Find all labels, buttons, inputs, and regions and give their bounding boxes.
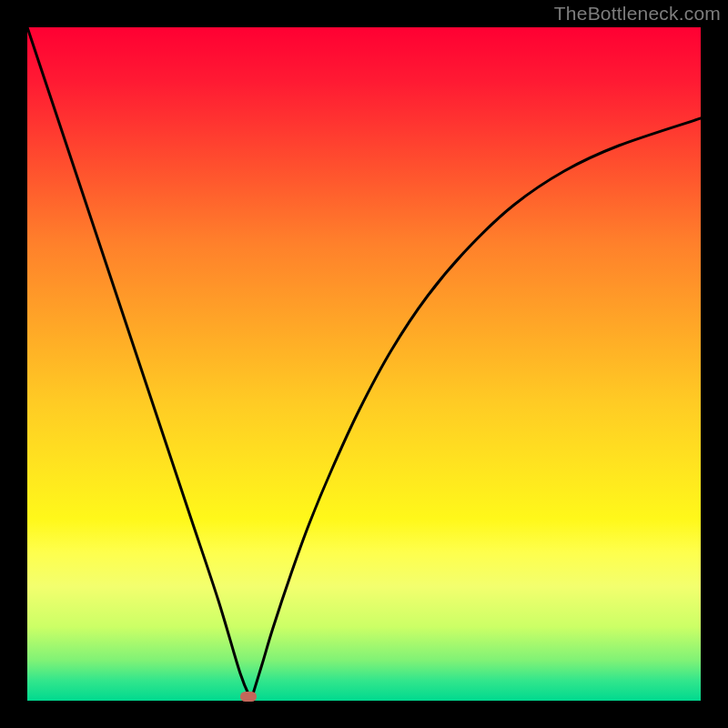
bottleneck-curve <box>27 27 701 701</box>
watermark-text: TheBottleneck.com <box>554 3 721 25</box>
chart-frame: TheBottleneck.com <box>0 0 728 728</box>
curve-left-branch <box>27 27 251 700</box>
optimum-marker <box>240 692 257 702</box>
curve-right-branch <box>251 118 701 700</box>
